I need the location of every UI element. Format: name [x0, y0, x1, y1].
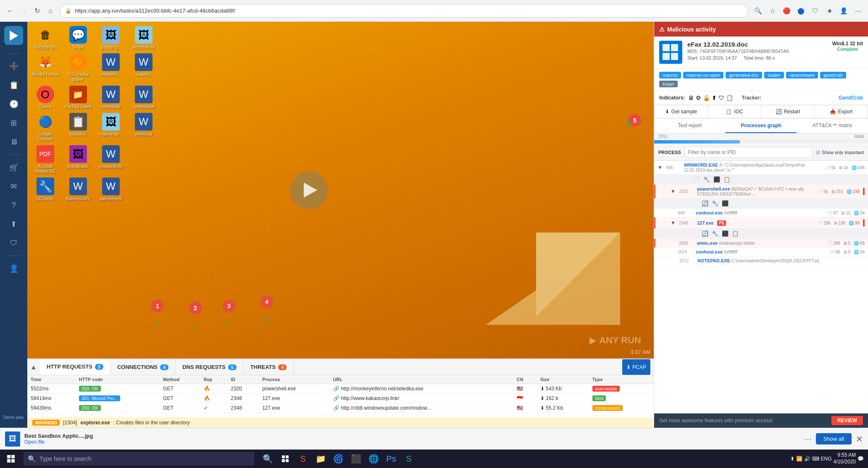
tab-dns-requests[interactable]: DNS REQUESTS 5: [176, 359, 244, 375]
desktop-icon-marketing[interactable]: W marketin...: [97, 53, 124, 82]
sidebar-shield-icon[interactable]: 🛡: [5, 235, 22, 251]
profile-button[interactable]: 👤: [838, 5, 850, 17]
desktop-icon-opera[interactable]: O Opera: [32, 86, 59, 110]
home-button[interactable]: ⌂: [45, 5, 56, 17]
search-button[interactable]: 🔍: [752, 5, 764, 17]
export-button[interactable]: 📤 Export: [815, 105, 868, 118]
process-row-notepad[interactable]: 2572 NOTEPAD.EXE C:\Users\admin\Desktop\…: [654, 256, 868, 265]
play-button[interactable]: [290, 171, 328, 209]
collapse-icon-1[interactable]: ▼: [658, 165, 663, 170]
bookmarks-button[interactable]: ★: [823, 5, 835, 17]
sidebar-cart-icon[interactable]: 🛒: [5, 159, 22, 176]
extensions-button[interactable]: 🔴: [781, 5, 792, 17]
menu-button[interactable]: ⋯: [852, 5, 864, 17]
desktop-icon-secretlyfree[interactable]: 🖼 secretlyFree: [130, 26, 157, 50]
sidebar-document-icon[interactable]: 📋: [5, 77, 22, 94]
download-more-button[interactable]: ⋯: [804, 434, 812, 444]
sidebar-grid-icon[interactable]: ⊞: [5, 115, 22, 131]
desktop-icon-salesbenefit[interactable]: W salesbenefit: [97, 178, 124, 201]
table-row[interactable]: 58414ms 301: Moved Per... GET 🔥 2348 127…: [27, 394, 654, 403]
tab-threats[interactable]: THREATS 4: [244, 359, 294, 375]
notification-icon[interactable]: 💬: [857, 456, 864, 462]
collapse-icon-2[interactable]: ▼: [671, 188, 676, 194]
sidebar-history-icon[interactable]: 🕐: [5, 96, 22, 112]
tab-attck-matrix[interactable]: ATT&CK™ matrix: [797, 119, 868, 133]
taskbar-icon-store[interactable]: S: [295, 450, 311, 468]
desktop-icon-workessa[interactable]: W workessa: [130, 113, 157, 142]
desktop-icon-releasewhite[interactable]: W releasewhite: [97, 145, 124, 174]
forward-button[interactable]: →: [18, 5, 29, 17]
shield-ext-button[interactable]: 🛡: [809, 5, 821, 17]
address-bar[interactable]: 🔒 https://app.any.run/tasks/a312ec00-bbf…: [60, 4, 749, 18]
tag-trojan[interactable]: trojan: [659, 81, 678, 87]
show-all-button[interactable]: Show all: [816, 433, 852, 444]
desktop-icon-systemscott[interactable]: W systemscott: [130, 86, 157, 110]
process-row-wmic[interactable]: 2808 wmic.exe shadowcopy delete 📄 286 ⊞ …: [654, 239, 868, 248]
taskbar-icon-folder[interactable]: 📁: [313, 450, 329, 468]
open-file-link[interactable]: Open file: [24, 439, 800, 445]
tag-loader[interactable]: loader: [764, 72, 784, 78]
sidebar-desktop-icon[interactable]: 🖥: [5, 133, 22, 150]
desktop-icon-acrobat[interactable]: PDF Acrobat Reader DC: [32, 145, 59, 174]
tab-connections[interactable]: CONNECTIONS 4: [110, 359, 176, 375]
tag-ransomware[interactable]: ransomware: [786, 72, 818, 78]
desktop-icon-floanindustry[interactable]: W floanindustry: [64, 178, 92, 201]
desktop-icon-firefox[interactable]: 🦊 Mozilla Firefox: [32, 53, 59, 82]
share-button[interactable]: ↗: [857, 25, 863, 33]
windows-clock[interactable]: 9:55 AM 4/10/2020: [834, 452, 856, 465]
desktop-icon-groupling[interactable]: 🖼 groupling...: [97, 26, 124, 50]
tag-gandcrab[interactable]: gandcrab: [820, 72, 846, 78]
process-row-winword[interactable]: ▼ 496 WINWORD.EXE /h "C:\Users\admin\App…: [654, 161, 868, 175]
tag-macros-on-open[interactable]: macros-on-open: [683, 72, 723, 78]
get-sample-button[interactable]: ⬇ Get sample: [654, 105, 708, 118]
taskbar-icon-photoshop[interactable]: Ps: [383, 450, 399, 468]
desktop-icon-filezilla[interactable]: 📁 FileZilla Client: [64, 86, 92, 110]
sidebar-upload-icon[interactable]: ⬆: [5, 216, 22, 233]
desktop-icon-bidpolicy[interactable]: 📋 bidpolicy: [64, 113, 92, 142]
reload-button[interactable]: ↻: [31, 5, 43, 17]
tab-processes-graph[interactable]: Processes graph: [726, 119, 797, 133]
tracker-value[interactable]: GandCrab: [839, 95, 863, 101]
sidebar-add-icon[interactable]: ➕: [5, 58, 22, 75]
app-logo[interactable]: [4, 26, 23, 45]
desktop-icon-ccleaner[interactable]: 🔧 CCleaner: [32, 178, 59, 201]
tag-macros[interactable]: macros: [659, 72, 681, 78]
tab-text-report[interactable]: Text report: [654, 119, 726, 133]
process-row-conhost-948[interactable]: 948 conhost.exe 0xffffffff 📄 87 ⊞ 13 🌐 3…: [654, 209, 868, 217]
process-row-powershell[interactable]: ▼ 2320 powershell.exe $Ij2WpGA7 = '$CL6d…: [654, 185, 868, 199]
desktop-icon-caperry[interactable]: W caperry: [130, 53, 157, 82]
close-download-button[interactable]: ✕: [856, 434, 863, 444]
show-important-checkbox[interactable]: ☑ Show only important: [816, 150, 864, 155]
desktop-icon-chrome[interactable]: 🔵 Google Chrome: [32, 113, 59, 142]
collapse-icon-3[interactable]: ▼: [671, 220, 676, 226]
process-row-conhost-2524[interactable]: 2524 conhost.exe 0xffffffff 📄 89 ⊞ 9 🌐 3…: [654, 248, 868, 256]
taskbar-icon-start-menu[interactable]: [277, 450, 293, 468]
desktop-icon-monthledly[interactable]: W monthledly: [97, 86, 124, 110]
taskbar-icon-browser2[interactable]: 🌐: [366, 450, 381, 468]
taskbar-icon-terminal[interactable]: ⬛: [348, 450, 364, 468]
sidebar-help-icon[interactable]: ?: [5, 197, 22, 214]
taskbar-icon-edge[interactable]: 🌀: [330, 450, 346, 468]
taskbar-icon-slides[interactable]: S: [401, 450, 417, 468]
desktop-icon-recycle[interactable]: 🗑 Recycle Bin: [32, 26, 59, 50]
table-row[interactable]: 5522ms 200: OK GET 🔥 2320 powershell.exe…: [27, 384, 654, 394]
tab-http-requests[interactable]: HTTP REQUESTS 3: [40, 359, 110, 375]
windows-start-button[interactable]: [0, 450, 22, 468]
desktop-icon-regioninge[interactable]: 🖼 regioninge...: [97, 113, 124, 142]
sidebar-mail-icon[interactable]: ✉: [5, 178, 22, 195]
pcap-download-button[interactable]: ⬇ PCAP: [622, 359, 650, 375]
vpn-button[interactable]: ⬤: [795, 5, 807, 17]
process-row-127exe[interactable]: ▼ 2348 127.exe PE 📄 28k ⊞ 198 🌐 99: [654, 217, 868, 229]
ioc-button[interactable]: 📋 IOC: [708, 105, 761, 118]
back-button[interactable]: ←: [4, 5, 16, 17]
process-search-input[interactable]: [684, 147, 813, 158]
restart-button[interactable]: 🔄 Restart: [761, 105, 815, 118]
sandbox-screen[interactable]: 🗑 Recycle Bin 💬 Skype 🖼 groupling...: [27, 22, 654, 358]
desktop-icon-brandloads[interactable]: 🖼 brandloads: [64, 145, 92, 174]
table-row[interactable]: 59439ms 200: OK GET ✔ 2348 127.exe 🔗http…: [27, 403, 654, 413]
tag-generated-doc[interactable]: generated-doc: [726, 72, 762, 78]
star-button[interactable]: ☆: [766, 5, 778, 17]
panel-collapse-button[interactable]: ▲: [27, 359, 40, 375]
windows-search-bar[interactable]: 🔍 Type here to search: [24, 452, 255, 465]
sidebar-user-icon[interactable]: 👤: [5, 260, 22, 277]
